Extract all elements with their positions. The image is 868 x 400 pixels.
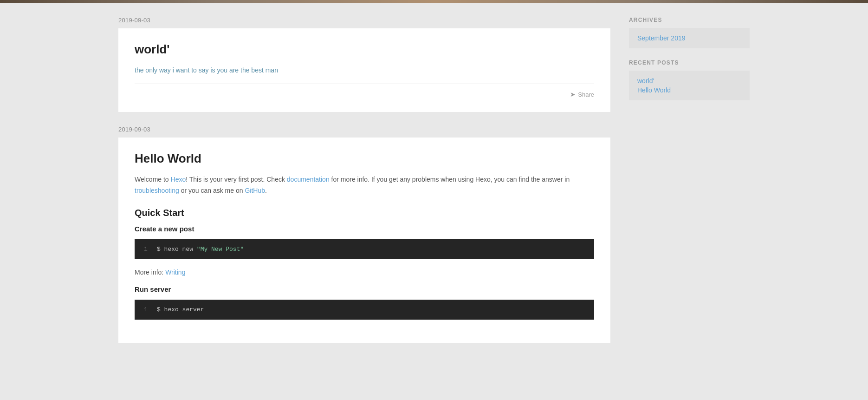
recent-posts-title: RECENT POSTS bbox=[629, 59, 750, 66]
post-date-1: 2019-09-03 bbox=[118, 17, 610, 24]
share-label-1: Share bbox=[578, 91, 594, 98]
archives-section: ARCHIVES September 2019 bbox=[629, 17, 750, 48]
recent-posts-section: RECENT POSTS world' Hello World bbox=[629, 59, 750, 100]
code-line-num-1: 1 bbox=[144, 246, 149, 253]
main-content: 2019-09-03 world' the only way i want to… bbox=[118, 17, 610, 357]
post-divider-1 bbox=[135, 84, 594, 84]
hexo-link[interactable]: Hexo bbox=[171, 176, 186, 183]
writing-link[interactable]: Writing bbox=[165, 269, 185, 276]
intro-text-2: ! This is your very first post. Check bbox=[186, 176, 287, 183]
more-info-label: More info: bbox=[135, 269, 165, 276]
recent-posts-box: world' Hello World bbox=[629, 71, 750, 100]
archive-link-september-2019[interactable]: September 2019 bbox=[637, 34, 741, 42]
post-excerpt-1: the only way i want to say is you are th… bbox=[135, 65, 594, 75]
intro-text-1: Welcome to bbox=[135, 176, 171, 183]
archives-box: September 2019 bbox=[629, 28, 750, 48]
intro-text-4: or you can ask me on bbox=[179, 187, 245, 194]
code-line-num-2: 1 bbox=[144, 306, 149, 313]
post-card-2: Hello World Welcome to Hexo! This is you… bbox=[118, 138, 610, 343]
sidebar: ARCHIVES September 2019 RECENT POSTS wor… bbox=[629, 17, 750, 357]
code-cmd-1: $ hexo new bbox=[157, 246, 197, 253]
post-date-2: 2019-09-03 bbox=[118, 126, 610, 133]
share-icon-1: ➤ bbox=[570, 91, 576, 98]
post-title-1: world' bbox=[135, 42, 594, 57]
troubleshooting-link[interactable]: troubleshooting bbox=[135, 187, 179, 194]
recent-post-link-world[interactable]: world' bbox=[637, 77, 741, 85]
create-post-title: Create a new post bbox=[135, 225, 594, 233]
code-block-2: 1 $ hexo server bbox=[135, 300, 594, 320]
post-intro: Welcome to Hexo! This is your very first… bbox=[135, 174, 594, 197]
code-cmd-2: $ hexo server bbox=[157, 306, 204, 313]
github-link[interactable]: GitHub bbox=[245, 187, 265, 194]
post-footer-1: ➤ Share bbox=[135, 91, 594, 98]
intro-text-5: . bbox=[265, 187, 267, 194]
more-info: More info: Writing bbox=[135, 269, 594, 276]
archives-title: ARCHIVES bbox=[629, 17, 750, 23]
post-title-2: Hello World bbox=[135, 151, 594, 166]
run-server-title: Run server bbox=[135, 285, 594, 293]
doc-link[interactable]: documentation bbox=[287, 176, 330, 183]
quick-start-title: Quick Start bbox=[135, 208, 594, 218]
intro-text-3: for more info. If you get any problems w… bbox=[330, 176, 570, 183]
share-button-1[interactable]: ➤ Share bbox=[570, 91, 594, 98]
code-block-1: 1 $ hexo new "My New Post" bbox=[135, 239, 594, 259]
post-card-1: world' the only way i want to say is you… bbox=[118, 28, 610, 112]
recent-post-link-hello-world[interactable]: Hello World bbox=[637, 86, 741, 94]
code-str-1: "My New Post" bbox=[197, 246, 244, 253]
code-content-1: $ hexo new "My New Post" bbox=[157, 246, 244, 253]
